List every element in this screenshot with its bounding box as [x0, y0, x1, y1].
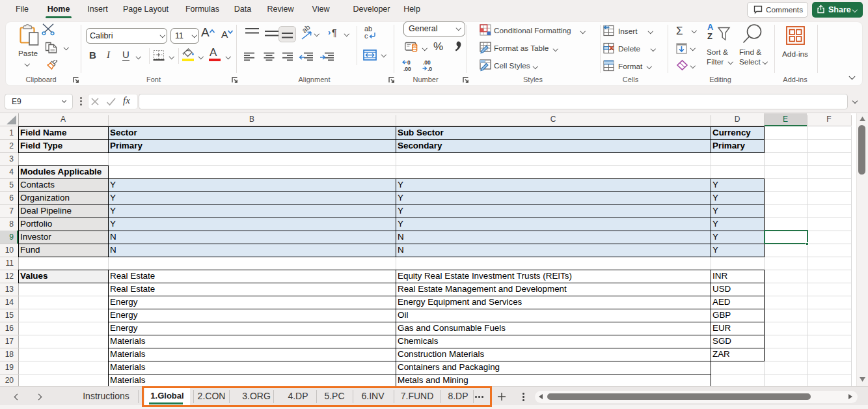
- svg-text:.0: .0: [427, 66, 432, 72]
- svg-text:.00: .00: [423, 59, 431, 66]
- svg-text:0: 0: [407, 59, 411, 66]
- svg-text:.00: .00: [403, 66, 411, 72]
